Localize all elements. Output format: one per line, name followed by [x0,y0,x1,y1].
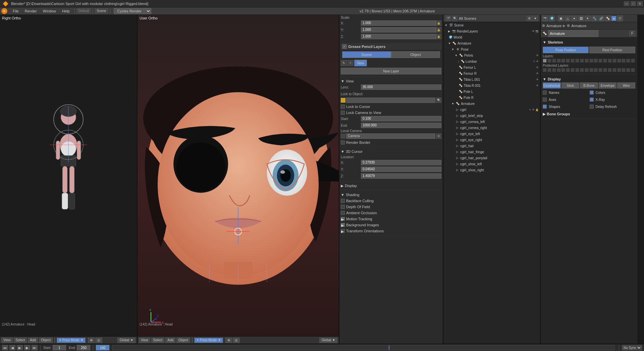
layer-18[interactable] [622,59,626,63]
bone-octahedral-btn[interactable]: Octahedral [543,82,561,89]
layer-5[interactable] [561,59,565,63]
left-icon1[interactable]: ⊕ [88,338,95,343]
bone-wire-btn[interactable]: Wire [617,82,635,89]
xray-check[interactable] [590,98,594,102]
renderlayers-cam[interactable]: 📷 [535,30,539,33]
player-11[interactable] [589,68,593,72]
player-4[interactable] [557,68,561,72]
layer-6[interactable] [566,59,570,63]
pelvis-eye[interactable]: 👁 [536,54,539,57]
outliner-scene-btn[interactable]: 🎬 [445,16,451,21]
names-check[interactable] [543,91,547,95]
lock-cursor-check[interactable] [341,105,345,109]
layer-9[interactable] [580,59,584,63]
tibia-r-eye[interactable]: 👁 [536,84,539,87]
gp-icon2[interactable]: + [347,60,354,66]
skeleton-title[interactable]: ▼ Skeleton [543,39,635,46]
cgirl-edit[interactable]: ✎ [529,108,531,111]
cursor-x-value[interactable]: 0.37939 [361,160,441,165]
engine-selector[interactable]: Cycles Render Blender Render [114,8,151,14]
right-icon1[interactable]: ⊕ [225,338,232,343]
arm-icon-tex[interactable]: 🖼 [578,15,584,21]
arm-icon-world[interactable]: 🌍 [549,15,555,21]
outliner-cgirl-cornea-r[interactable]: ▷ cgirl_cornea_right [443,125,540,131]
clip-end-value[interactable]: 1000.000 [361,123,441,128]
outliner-pelvis[interactable]: ▼ 🦴 Pelvis 👁 [443,52,540,58]
gp-new-btn[interactable]: New [354,60,367,66]
minimize-button[interactable]: — [624,1,629,6]
player-2[interactable] [547,68,551,72]
arm-icon-anim[interactable]: ⏱ [617,15,623,21]
outliner-renderlayers[interactable]: ▶ 📷 RenderLayers 👁 📷 [443,28,540,34]
start-frame-input[interactable]: 1 [53,345,66,350]
outliner-cgirl-eye-l[interactable]: ▷ cgirl_eye_left [443,131,540,137]
lock-obj-field[interactable] [346,98,435,103]
armature-name-input[interactable] [548,30,598,37]
right-view-btn[interactable]: View [139,338,150,343]
gp-new-layer-btn[interactable]: New Layer [341,68,441,74]
right-pose-mode-btn[interactable]: ✦ Pose Mode ▼ [194,338,223,343]
left-object-btn[interactable]: Object [39,338,53,343]
shapes-check[interactable] [543,105,547,109]
jump-end-btn[interactable]: ⏭ [32,345,38,350]
outliner-cgirl[interactable]: ▷ cgirl ✎ 👁 🔒 [443,107,540,113]
layer-7[interactable] [571,59,575,63]
menu-help[interactable]: Help [59,8,72,14]
outliner-cgirl-shoe-l[interactable]: ▷ cgirl_shoe_left [443,161,540,167]
layer-2[interactable] [547,59,551,63]
layer-1[interactable] [543,59,547,63]
scale-z-lock[interactable]: 🔒 [436,34,441,39]
lumbar-edit[interactable]: ✎ [533,60,535,63]
tibia-l-eye[interactable]: 👁 [536,78,539,81]
right-select-btn[interactable]: Select [151,338,165,343]
cursor-title[interactable]: ▼ 3D Cursor [341,149,441,155]
cursor-z-value[interactable]: 1.40079 [361,173,441,179]
bone-groups-title[interactable]: ▶ Bone Groups [543,111,635,117]
scene-toggle-btn[interactable]: Scene [342,51,391,58]
player-7[interactable] [571,68,575,72]
femur-r-eye[interactable]: 👁 [536,72,539,75]
left-view-btn[interactable]: View [1,338,13,343]
player-3[interactable] [552,68,556,72]
sync-select[interactable]: No Sync [622,345,642,350]
outliner-filter-btn[interactable]: ⚙ [527,16,532,21]
motion-track-check[interactable]: ▶ [341,217,345,221]
layer-3[interactable] [552,59,556,63]
outliner-search-btn[interactable]: 🔍 [452,16,458,21]
clip-start-value[interactable]: 0.100 [361,116,441,121]
arm-icon-camera[interactable]: 📷 [542,15,548,21]
layer-17[interactable] [617,59,621,63]
outliner-armature-2[interactable]: ▼ 🦴 Armature [443,101,540,107]
display-arm-title[interactable]: ▼ Display [543,76,635,82]
player-17[interactable] [617,68,621,72]
right-global-btn[interactable]: Global ▼ [319,338,337,343]
player-1[interactable] [543,68,547,72]
end-frame-input[interactable]: 250 [77,345,90,350]
outliner-femur-l[interactable]: 🦴 Femur L 👁 [443,64,540,70]
outliner-pose[interactable]: ▼ ⚙ Pose [443,46,540,52]
arm-icon-mat[interactable]: ● [571,15,577,21]
arm-active-icon[interactable]: ◈ [611,16,616,21]
lens-value[interactable]: 35.000 [361,84,441,90]
outliner-femur-r[interactable]: 🦴 Femur R 👁 [443,70,540,76]
outliner-armature-main[interactable]: ▼ 🦴 Armature [443,40,540,46]
backface-check[interactable] [341,199,345,203]
outliner-tibia-r[interactable]: 🦴 Tibia R.001 👁 [443,82,540,89]
rest-position-btn[interactable]: Rest Position [589,47,635,53]
outliner-sort-btn[interactable]: ▼ [533,16,538,21]
outliner-world[interactable]: 🌍 World [443,34,540,40]
outliner-cgirl-eye-r[interactable]: ▷ cgirl_eye_right [443,137,540,143]
layer-20[interactable] [631,59,635,63]
camera-field[interactable]: Camera [346,133,435,139]
player-15[interactable] [608,68,612,72]
outliner-cgirl-hair-ponytail[interactable]: ▷ cgirl_hair_ponytail [443,155,540,161]
arm-icon-const[interactable]: 🔗 [598,15,604,21]
left-global-btn[interactable]: Global ▼ [117,338,136,343]
right-add-btn[interactable]: Add [165,338,175,343]
scale-y-value[interactable]: 1.000 [361,27,436,33]
left-canvas[interactable]: Right Ortho [0,15,137,336]
scale-z-value[interactable]: 1.000 [361,34,436,39]
outliner-cgirl-shoe-r[interactable]: ▷ cgirl_shoe_right [443,167,540,173]
player-10[interactable] [585,68,589,72]
cgirl-lock[interactable]: 🔒 [535,108,539,111]
